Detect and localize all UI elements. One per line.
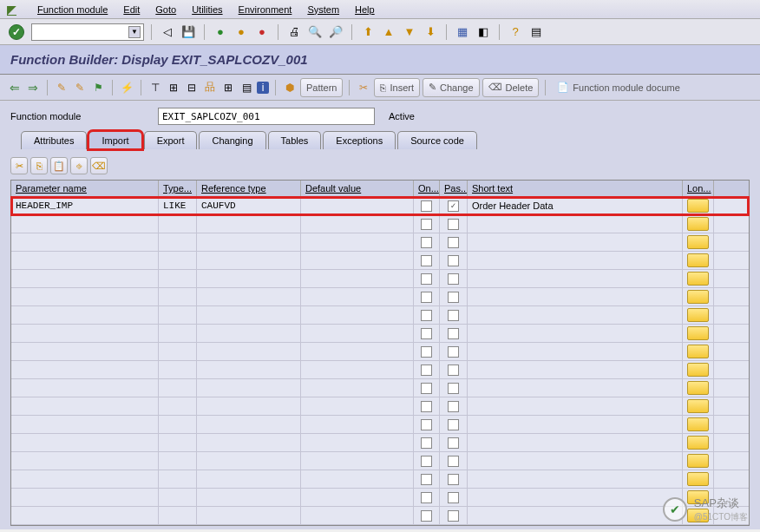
- menu-environment[interactable]: Environment: [239, 4, 292, 15]
- cell-pas[interactable]: [440, 397, 468, 415]
- layout-tool-icon[interactable]: ▤: [239, 80, 254, 95]
- table-row[interactable]: [11, 507, 749, 525]
- stop-icon[interactable]: ⬢: [282, 80, 298, 95]
- cell-param[interactable]: [11, 434, 159, 451]
- checkbox-icon[interactable]: [421, 492, 432, 503]
- cell-short[interactable]: [468, 306, 683, 324]
- cell-def[interactable]: [301, 270, 414, 287]
- table-row[interactable]: [11, 489, 749, 507]
- cell-ref[interactable]: [197, 470, 301, 488]
- cell-param[interactable]: [11, 416, 159, 433]
- long-text-button[interactable]: [687, 290, 709, 304]
- tab-export[interactable]: Export: [144, 131, 198, 149]
- cell-def[interactable]: [301, 233, 414, 251]
- header-pas[interactable]: Pas...: [440, 181, 468, 196]
- table-row[interactable]: [11, 452, 749, 470]
- cell-pas[interactable]: [440, 507, 468, 524]
- cell-def[interactable]: [301, 325, 414, 342]
- cell-ref[interactable]: [197, 397, 301, 415]
- cell-on[interactable]: [414, 489, 440, 506]
- cell-short[interactable]: [468, 325, 683, 342]
- table-row[interactable]: [11, 233, 749, 252]
- cell-type[interactable]: [159, 379, 197, 397]
- long-text-button[interactable]: [687, 472, 709, 486]
- cell-ref[interactable]: [197, 288, 301, 305]
- cell-pas[interactable]: [440, 343, 468, 360]
- cell-param[interactable]: [11, 343, 159, 360]
- cell-short[interactable]: [468, 288, 683, 305]
- cell-def[interactable]: [301, 252, 414, 269]
- cell-pas[interactable]: [440, 288, 468, 305]
- cell-ref[interactable]: [197, 452, 301, 470]
- tab-tables[interactable]: Tables: [268, 131, 322, 149]
- cell-pas[interactable]: [440, 434, 468, 451]
- cell-def[interactable]: [301, 379, 414, 397]
- nav-right-icon[interactable]: ⇒: [25, 81, 41, 95]
- cell-on[interactable]: [414, 452, 440, 470]
- cell-lon[interactable]: [683, 343, 714, 360]
- table-row[interactable]: [11, 470, 749, 489]
- cell-lon[interactable]: [683, 416, 714, 433]
- cell-on[interactable]: [414, 416, 440, 433]
- cell-on[interactable]: [414, 233, 440, 251]
- checkbox-icon[interactable]: [448, 237, 459, 248]
- display-list-icon[interactable]: ⊟: [184, 80, 200, 95]
- table-row[interactable]: [11, 397, 749, 416]
- cell-lon[interactable]: [683, 470, 714, 488]
- cell-short[interactable]: [468, 252, 683, 269]
- cell-short[interactable]: [468, 361, 683, 378]
- cell-type[interactable]: [159, 434, 197, 451]
- long-text-button[interactable]: [687, 345, 709, 358]
- new-session-icon[interactable]: ▦: [454, 23, 471, 41]
- cell-param[interactable]: [11, 470, 159, 488]
- header-param[interactable]: Parameter name: [11, 181, 159, 196]
- cell-lon[interactable]: [683, 288, 714, 305]
- cell-short[interactable]: [468, 397, 683, 415]
- header-lon[interactable]: Lon...: [683, 181, 714, 196]
- cell-type[interactable]: [159, 306, 197, 324]
- checkbox-icon[interactable]: [448, 437, 459, 449]
- cell-type[interactable]: [159, 233, 197, 251]
- cell-ref[interactable]: [197, 379, 301, 397]
- activate-icon[interactable]: ⚡: [119, 80, 134, 95]
- execute-icon[interactable]: ⊤: [147, 80, 163, 95]
- checkbox-icon[interactable]: ✓: [448, 200, 459, 212]
- next-page-icon[interactable]: ▼: [401, 23, 418, 41]
- menu-help[interactable]: Help: [355, 4, 375, 15]
- checkbox-icon[interactable]: [448, 365, 459, 376]
- table-row[interactable]: [11, 343, 749, 361]
- checkbox-icon[interactable]: [421, 365, 432, 376]
- cell-on[interactable]: [414, 197, 440, 214]
- cell-type[interactable]: [159, 470, 197, 488]
- cell-short[interactable]: [468, 379, 683, 397]
- find-next-icon[interactable]: 🔎: [327, 23, 344, 41]
- cell-pas[interactable]: [440, 489, 468, 506]
- cell-ref[interactable]: [197, 507, 301, 524]
- cell-on[interactable]: [414, 325, 440, 342]
- find-icon[interactable]: 🔍: [306, 23, 324, 41]
- menu-goto[interactable]: Goto: [155, 4, 176, 15]
- cell-on[interactable]: [414, 397, 440, 415]
- first-page-icon[interactable]: ⬆: [359, 23, 377, 41]
- cell-type[interactable]: [159, 397, 197, 415]
- nav-cancel-icon[interactable]: ●: [253, 23, 271, 41]
- long-text-button[interactable]: [687, 253, 709, 267]
- info-icon[interactable]: i: [257, 82, 269, 94]
- cell-def[interactable]: [301, 452, 414, 470]
- cell-short[interactable]: [468, 343, 683, 360]
- checkbox-icon[interactable]: [421, 383, 432, 394]
- cell-on[interactable]: [414, 343, 440, 360]
- cell-on[interactable]: [414, 306, 440, 324]
- cell-short[interactable]: [468, 416, 683, 433]
- checkbox-icon[interactable]: [448, 292, 459, 303]
- checkbox-icon[interactable]: [421, 273, 432, 285]
- cell-pas[interactable]: [440, 270, 468, 287]
- cell-param[interactable]: [11, 306, 159, 324]
- cell-on[interactable]: [414, 361, 440, 378]
- cell-def[interactable]: [301, 489, 414, 506]
- cell-def[interactable]: [301, 470, 414, 488]
- cell-short[interactable]: [468, 270, 683, 287]
- cell-lon[interactable]: [683, 270, 714, 287]
- cell-lon[interactable]: [683, 233, 714, 251]
- header-short[interactable]: Short text: [468, 181, 683, 196]
